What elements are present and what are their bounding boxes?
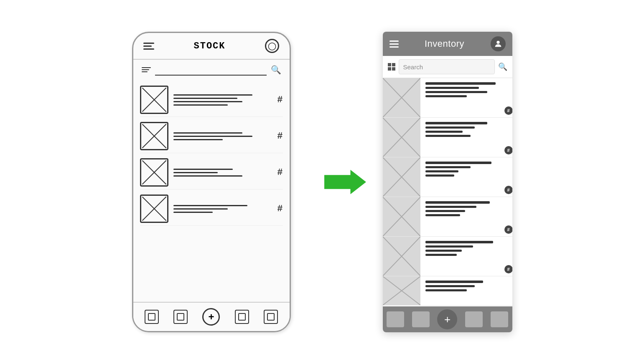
item-line [425,206,477,208]
search-row: Search 🔍 [383,56,512,78]
item-title-line [425,162,491,164]
digital-header: Inventory [383,32,512,56]
item-badge-1: # [504,106,512,115]
svg-rect-0 [148,313,155,320]
item-line [425,174,454,177]
sketch-hash-icon: # [277,204,283,214]
item-line [425,210,465,212]
item-title-line [425,122,488,124]
item-content-3 [420,157,512,197]
sketch-user-icon[interactable]: ◯ [265,39,279,53]
item-content-2 [420,118,512,157]
add-item-button[interactable]: + [437,309,457,329]
item-badge-5: # [504,265,512,273]
search-input[interactable]: Search [399,59,495,74]
items-list: # # [383,78,512,306]
scene: STOCK ◯ 🔍 # [0,0,644,364]
list-item[interactable]: # [383,118,512,157]
sketch-tab-icon-4[interactable] [264,310,278,324]
bottom-tab-2[interactable] [412,311,430,327]
sketch-item-image [140,86,168,114]
sketch-tab-icon-2[interactable] [173,310,188,324]
item-title-line [425,281,484,283]
app-title: Inventory [425,38,464,49]
sketch-text-line [173,172,218,173]
sketch-item-image [140,158,168,187]
item-line [425,254,457,256]
sketch-header: STOCK ◯ [133,33,290,60]
user-avatar-button[interactable] [491,36,506,51]
item-badge-2: # [504,146,512,154]
sketch-text-line [173,139,223,140]
item-image-5 [383,237,420,276]
item-badge-4: # [504,225,512,234]
list-item[interactable]: # [383,197,512,237]
sketch-text-line [173,169,233,170]
sketch-list-item[interactable]: # [140,156,283,190]
sketch-filter-icon[interactable] [142,67,151,72]
item-line [425,95,467,97]
item-content-4 [420,197,512,236]
item-content-6 [420,276,512,305]
bottom-tab-1[interactable] [387,311,404,327]
sketch-search-bar[interactable] [155,64,267,76]
sketch-hash-icon: # [277,131,283,142]
item-badge-3: # [504,186,512,194]
list-item[interactable]: # [383,78,512,118]
svg-rect-2 [239,313,245,320]
grid-view-icon[interactable] [388,63,395,71]
item-image-3 [383,157,420,197]
item-line [425,91,488,93]
item-line [425,87,479,89]
sketch-tab-add-button[interactable]: + [202,308,220,326]
sketch-list-item[interactable]: # [140,83,283,117]
item-title-line [425,241,493,243]
sketch-bottom-bar: + [133,302,290,331]
sketch-list-item[interactable]: # [140,192,283,226]
digital-phone: Inventory Search 🔍 [383,32,512,332]
sketch-phone: STOCK ◯ 🔍 # [132,32,291,332]
list-item[interactable]: # [383,157,512,197]
item-line [425,126,475,129]
hamburger-menu-button[interactable] [389,40,399,48]
list-item[interactable] [383,276,512,306]
bottom-tab-3[interactable] [465,311,483,327]
sketch-list: # # # [133,80,290,229]
sketch-item-text [173,205,272,213]
item-content-1 [420,78,512,117]
search-placeholder: Search [403,63,423,71]
item-image-6 [383,276,420,305]
bottom-tab-4[interactable] [491,311,508,327]
sketch-text-line [173,98,238,99]
sketch-text-line [173,101,243,102]
item-line [425,214,460,216]
sketch-text-line [173,212,213,213]
sketch-list-item[interactable]: # [140,119,283,153]
svg-rect-1 [177,313,184,320]
svg-rect-3 [267,313,274,320]
list-item[interactable]: # [383,237,512,276]
sketch-hamburger-icon[interactable] [143,43,154,50]
sketch-text-line [173,136,252,137]
sketch-item-text [173,132,272,140]
sketch-text-line [173,208,228,210]
sketch-search-icon[interactable]: 🔍 [271,65,281,75]
item-line [425,166,471,168]
item-image-2 [383,118,420,157]
bottom-navigation-bar: + [383,306,512,332]
item-line [425,135,471,137]
sketch-text-line [173,132,243,134]
sketch-item-image [140,122,168,150]
item-line [425,289,467,291]
sketch-search-row: 🔍 [133,60,290,80]
sketch-text-line [173,94,252,96]
sketch-hash-icon: # [277,167,283,178]
sketch-hash-icon: # [277,95,283,105]
sketch-item-text [173,94,272,106]
item-line [425,131,463,133]
sketch-item-image [140,195,168,223]
sketch-tab-icon-3[interactable] [235,310,249,324]
search-icon[interactable]: 🔍 [498,62,507,71]
sketch-tab-icon-1[interactable] [145,310,159,324]
svg-marker-4 [324,170,366,194]
